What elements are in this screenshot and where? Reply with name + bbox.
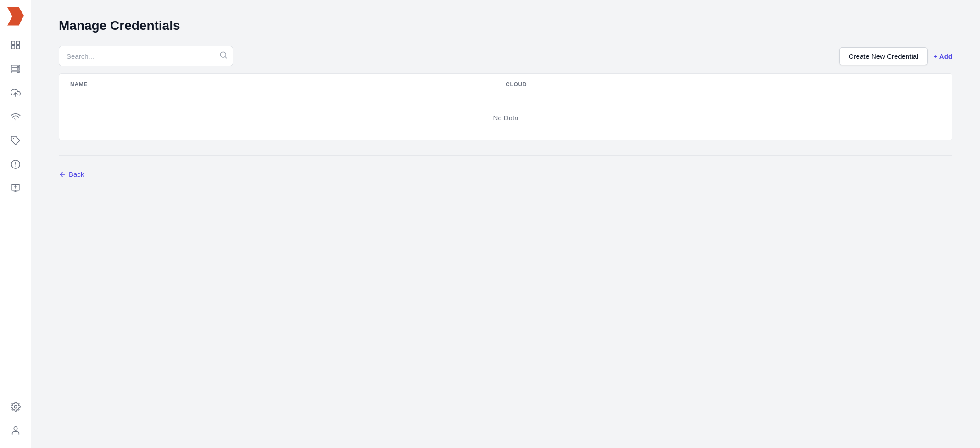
- back-button[interactable]: Back: [59, 170, 952, 178]
- puzzle-icon: [11, 135, 21, 146]
- svg-point-8: [17, 66, 18, 66]
- svg-point-10: [17, 72, 18, 72]
- section-divider: [59, 155, 952, 156]
- user-icon: [11, 426, 21, 436]
- column-header-name: NAME: [70, 81, 506, 88]
- svg-rect-2: [16, 41, 19, 44]
- svg-point-23: [14, 427, 17, 430]
- sidebar-item-monitor[interactable]: [6, 178, 26, 198]
- sidebar-item-settings[interactable]: [6, 397, 26, 417]
- create-credential-button[interactable]: Create New Credential: [839, 47, 928, 65]
- sidebar-item-integrations[interactable]: [6, 130, 26, 151]
- svg-rect-3: [11, 46, 14, 49]
- sidebar-item-user[interactable]: [6, 420, 26, 441]
- app-logo[interactable]: [7, 7, 24, 24]
- page-title: Manage Credentials: [59, 18, 952, 33]
- sidebar-item-signals[interactable]: [6, 106, 26, 127]
- monitor-plus-icon: [11, 183, 21, 193]
- toolbar-right: Create New Credential + Add: [839, 47, 952, 65]
- grid-icon: [11, 40, 21, 50]
- credentials-table: NAME CLOUD No Data: [59, 73, 952, 140]
- search-input[interactable]: [59, 46, 233, 66]
- server-icon: [11, 64, 21, 74]
- table-body: No Data: [59, 95, 952, 140]
- no-data-message: No Data: [493, 95, 518, 140]
- svg-point-9: [17, 69, 18, 69]
- add-button[interactable]: + Add: [933, 52, 952, 60]
- toolbar: Create New Credential + Add: [59, 46, 952, 66]
- gear-icon: [11, 402, 21, 412]
- column-header-cloud: CLOUD: [506, 81, 941, 88]
- svg-rect-1: [11, 41, 14, 44]
- signal-icon: [11, 112, 21, 122]
- main-content: Manage Credentials Create New Credential…: [31, 0, 980, 448]
- sidebar-item-infrastructure[interactable]: [6, 59, 26, 79]
- search-wrapper: [59, 46, 233, 66]
- sidebar-item-cloud[interactable]: [6, 83, 26, 103]
- table-header: NAME CLOUD: [59, 74, 952, 95]
- sidebar-item-dashboard[interactable]: [6, 35, 26, 55]
- back-label: Back: [69, 170, 84, 178]
- cloud-upload-icon: [11, 88, 21, 98]
- svg-marker-0: [7, 7, 24, 26]
- arrow-left-icon: [59, 171, 66, 178]
- svg-point-22: [14, 405, 17, 408]
- svg-rect-4: [16, 46, 19, 49]
- sidebar-item-alerts[interactable]: [6, 154, 26, 174]
- alert-circle-icon: [11, 159, 21, 169]
- sidebar: [0, 0, 31, 448]
